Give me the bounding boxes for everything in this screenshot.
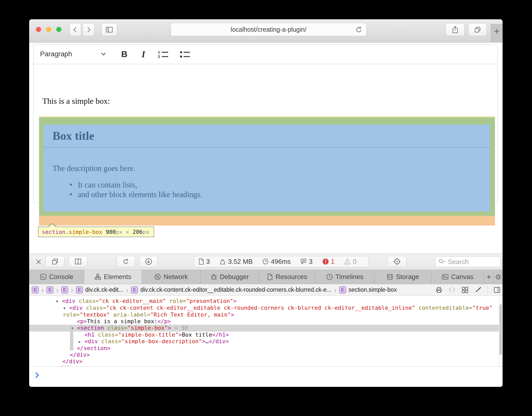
forward-button[interactable] — [83, 23, 94, 36]
dom-tree-row[interactable]: ▾<div class="ck ck-editor__main" role="p… — [29, 298, 499, 305]
grid-overlay-icon[interactable] — [462, 287, 468, 293]
close-inspector-button[interactable] — [35, 258, 42, 266]
close-window-button[interactable] — [36, 27, 41, 32]
inspector-settings-button[interactable] — [494, 270, 503, 284]
scrollbar-thumb[interactable] — [500, 304, 502, 355]
syntax-token-attr: role= — [63, 311, 80, 318]
plus-icon — [486, 274, 491, 280]
split-columns-icon — [74, 258, 82, 265]
new-tab-button[interactable]: + — [491, 24, 503, 43]
breadcrumb-item[interactable]: E div.ck.ck-content.ck-editor__editable.… — [131, 286, 331, 293]
error-count[interactable]: 1 — [322, 258, 334, 266]
bold-button[interactable]: B — [121, 49, 128, 59]
transfer-size[interactable]: 3.52 MB — [219, 258, 253, 266]
resources-tab-icon — [267, 273, 273, 280]
add-tab-button[interactable] — [484, 270, 494, 284]
syntax-token-tag: <section — [77, 325, 104, 331]
zoom-window-button[interactable] — [56, 27, 61, 32]
tabs-icon — [474, 26, 481, 33]
inspector-search-field[interactable] — [435, 256, 501, 267]
console-prompt-icon — [35, 372, 40, 378]
numbered-list-button[interactable]: 1 2 — [157, 50, 169, 59]
reload-page-button[interactable] — [117, 256, 135, 267]
details-sidebar-toggle-icon[interactable] — [493, 287, 501, 293]
syntax-token-val: "Rich Text Editor, main" — [150, 311, 231, 318]
editor-paragraph[interactable]: This is a simple box: — [42, 96, 110, 106]
sidebar-toggle-button[interactable] — [101, 23, 117, 36]
dom-tree-row[interactable]: ▸<div class="simple-box-description">…</… — [29, 338, 499, 345]
element-badge: E — [46, 286, 54, 293]
chevron-right-icon — [85, 26, 92, 33]
element-badge: E — [339, 286, 346, 293]
dom-tree-row[interactable]: <h1 class="simple-box-title">Box title</… — [29, 332, 499, 338]
tab-network[interactable]: Network — [142, 270, 201, 284]
back-button[interactable] — [69, 23, 81, 36]
paintbrush-icon[interactable] — [474, 287, 481, 293]
dom-tree-row[interactable]: ▾<div class="ck ck-content ck-editor__ed… — [29, 305, 499, 311]
tab-console[interactable]: Console — [29, 270, 84, 284]
dom-tree-row[interactable]: </div> — [29, 352, 499, 358]
box-description-text[interactable]: The description goes here. — [43, 148, 490, 173]
tab-debugger[interactable]: Debugger — [201, 270, 259, 284]
browser-titlebar: localhost/creating-a-plugin/ + — [29, 19, 503, 43]
element-picker-button[interactable] — [387, 256, 406, 267]
breadcrumb-item[interactable]: E div.ck.ck-edit... — [76, 286, 123, 293]
dom-tree-row-selected[interactable]: ▾<section class="simple-box"> = $0 — [29, 325, 499, 332]
syntax-token-tag: </div> — [70, 352, 90, 358]
tab-storage[interactable]: Storage — [375, 270, 431, 284]
load-time[interactable]: 496ms — [262, 258, 291, 266]
detach-inspector-button[interactable] — [45, 256, 64, 267]
reload-icon[interactable] — [355, 26, 363, 33]
tab-elements[interactable]: Elements — [84, 270, 142, 284]
warning-count[interactable]: 0 — [344, 258, 356, 266]
show-source-icon[interactable] — [449, 286, 456, 293]
download-webarchive-button[interactable] — [139, 256, 158, 267]
breadcrumb-item[interactable]: E — [46, 286, 54, 293]
minimize-window-button[interactable] — [46, 27, 51, 32]
list-item[interactable]: It can contain lists, — [69, 180, 490, 190]
paragraph-dropdown[interactable]: Paragraph — [40, 50, 106, 58]
weight-icon — [219, 258, 226, 265]
tab-canvas[interactable]: Canvas — [431, 270, 484, 284]
breadcrumb-item-selected[interactable]: E section.simple-box — [339, 286, 397, 293]
error-icon — [322, 258, 329, 265]
dom-tree-row[interactable]: </div> — [29, 358, 499, 365]
breadcrumb-separator: › — [56, 286, 59, 294]
dom-tree-row[interactable]: role="textbox" aria-label="Rich Text Edi… — [29, 311, 499, 318]
dom-tree-row[interactable]: </section> — [29, 345, 499, 352]
list-item[interactable]: and other block elements like headings. — [69, 190, 490, 199]
console-log-count[interactable]: 3 — [300, 258, 312, 266]
quick-console-prompt[interactable] — [29, 366, 503, 387]
address-bar[interactable]: localhost/creating-a-plugin/ — [171, 23, 366, 36]
disclosure-down-icon[interactable]: ▾ — [56, 298, 62, 305]
element-badge: E — [32, 286, 39, 293]
breadcrumb-item[interactable]: E — [32, 286, 39, 293]
syntax-token-attr: role= — [166, 298, 186, 304]
split-view-button[interactable] — [68, 256, 87, 267]
tab-timelines[interactable]: Timelines — [315, 270, 375, 284]
breadcrumb-item[interactable]: E — [61, 286, 68, 293]
disclosure-right-icon[interactable]: ▸ — [79, 338, 84, 345]
tab-resources[interactable]: Resources — [259, 270, 315, 284]
italic-button[interactable]: I — [142, 49, 145, 60]
disclosure-down-icon[interactable]: ▾ — [63, 305, 69, 311]
resource-stats-bar: 3 3.52 MB 496ms — [194, 256, 369, 267]
document-count[interactable]: 3 — [199, 258, 210, 266]
box-description-list: It can contain lists, and other block el… — [69, 180, 490, 199]
document-icon — [199, 258, 204, 265]
syntax-token-tag: > — [202, 338, 205, 344]
breadcrumb-separator: › — [334, 286, 336, 294]
bulleted-list-button[interactable] — [179, 50, 191, 59]
tab-overview-button[interactable] — [468, 23, 487, 36]
canvas-tab-icon — [442, 273, 449, 280]
box-title-text[interactable]: Box title — [43, 125, 490, 143]
breadcrumb-toolbar — [435, 284, 503, 296]
search-input[interactable] — [448, 258, 493, 266]
clock-icon — [262, 258, 269, 265]
search-icon — [438, 258, 446, 265]
dom-tree-row[interactable]: <p>This is a simple box:</p> — [29, 318, 499, 325]
share-button[interactable] — [446, 23, 465, 36]
syntax-token-attr: class= — [98, 338, 121, 344]
syntax-token-txt: This is a simple box: — [87, 318, 157, 324]
print-styles-icon[interactable] — [435, 286, 442, 293]
